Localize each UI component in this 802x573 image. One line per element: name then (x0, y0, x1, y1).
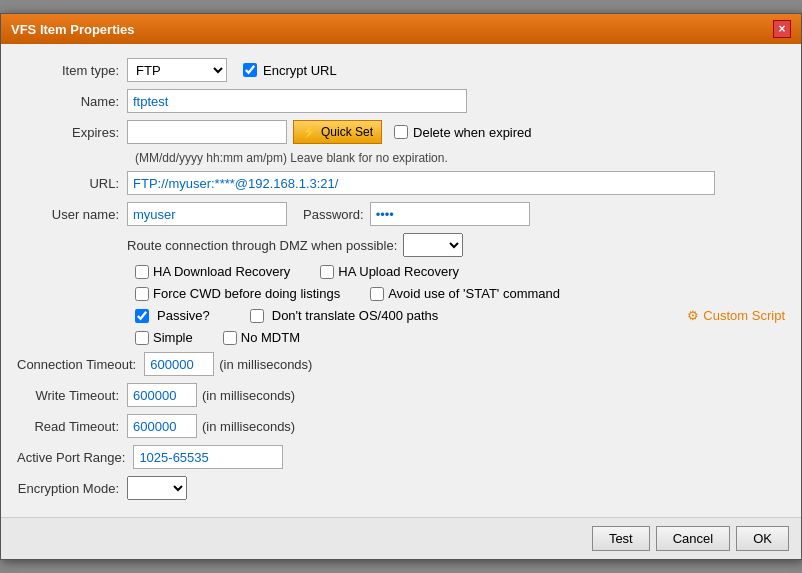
ha-upload-label: HA Upload Recovery (338, 264, 459, 279)
simple-mdtm-row: Simple No MDTM (135, 330, 785, 345)
ok-button[interactable]: OK (736, 526, 789, 551)
test-button[interactable]: Test (592, 526, 650, 551)
close-button[interactable]: × (773, 20, 791, 38)
custom-script-button[interactable]: ⚙ Custom Script (687, 308, 785, 323)
delete-when-expired-checkbox[interactable] (394, 125, 408, 139)
name-input[interactable]: ftptest (127, 89, 467, 113)
no-mdtm-label: No MDTM (241, 330, 300, 345)
route-label: Route connection through DMZ when possib… (127, 238, 397, 253)
script-icon: ⚙ (687, 308, 699, 323)
ha-download-item: HA Download Recovery (135, 264, 290, 279)
url-label: URL: (17, 176, 127, 191)
active-port-label: Active Port Range: (17, 450, 133, 465)
force-cwd-checkbox[interactable] (135, 287, 149, 301)
title-bar: VFS Item Properties × (1, 14, 801, 44)
force-cwd-item: Force CWD before doing listings (135, 286, 340, 301)
no-mdtm-checkbox[interactable] (223, 331, 237, 345)
passive-checkbox[interactable] (135, 309, 149, 323)
write-timeout-label: Write Timeout: (17, 388, 127, 403)
lightning-icon: ⚡ (302, 125, 317, 139)
item-type-row: Item type: FTP SFTP HTTP WebDAV Encrypt … (17, 58, 785, 82)
write-timeout-unit: (in milliseconds) (202, 388, 295, 403)
simple-checkbox[interactable] (135, 331, 149, 345)
button-bar: Test Cancel OK (1, 517, 801, 559)
simple-item: Simple (135, 330, 193, 345)
route-row: Route connection through DMZ when possib… (17, 233, 785, 257)
write-timeout-input[interactable] (127, 383, 197, 407)
ha-download-checkbox[interactable] (135, 265, 149, 279)
avoid-stat-checkbox[interactable] (370, 287, 384, 301)
ha-recovery-row: HA Download Recovery HA Upload Recovery (135, 264, 785, 279)
ha-download-label: HA Download Recovery (153, 264, 290, 279)
passive-row: Passive? Don't translate OS/400 paths ⚙ … (135, 308, 785, 323)
delete-when-expired-label: Delete when expired (413, 125, 532, 140)
name-label: Name: (17, 94, 127, 109)
url-row: URL: (17, 171, 785, 195)
active-port-input[interactable] (133, 445, 283, 469)
credentials-row: User name: Password: (17, 202, 785, 226)
connection-timeout-unit: (in milliseconds) (219, 357, 312, 372)
encryption-mode-select[interactable] (127, 476, 187, 500)
read-timeout-unit: (in milliseconds) (202, 419, 295, 434)
encrypt-url-row: Encrypt URL (243, 63, 337, 78)
no-translate-checkbox[interactable] (250, 309, 264, 323)
dialog-title: VFS Item Properties (11, 22, 135, 37)
item-type-label: Item type: (17, 63, 127, 78)
encrypt-url-label: Encrypt URL (263, 63, 337, 78)
ha-upload-checkbox[interactable] (320, 265, 334, 279)
vfs-item-properties-dialog: VFS Item Properties × Item type: FTP SFT… (0, 13, 802, 560)
encryption-mode-row: Encryption Mode: (17, 476, 785, 500)
read-timeout-label: Read Timeout: (17, 419, 127, 434)
expires-hint: (MM/dd/yyyy hh:mm am/pm) Leave blank for… (135, 151, 785, 165)
no-mdtm-item: No MDTM (223, 330, 300, 345)
ha-upload-item: HA Upload Recovery (320, 264, 459, 279)
connection-timeout-input[interactable] (144, 352, 214, 376)
simple-label: Simple (153, 330, 193, 345)
url-input[interactable] (127, 171, 715, 195)
expires-row: Expires: ⚡ Quick Set Delete when expired (17, 120, 785, 144)
connection-timeout-label: Connection Timeout: (17, 357, 144, 372)
name-row: Name: ftptest (17, 89, 785, 113)
connection-timeout-row: Connection Timeout: (in milliseconds) (17, 352, 785, 376)
options-row-1: Force CWD before doing listings Avoid us… (135, 286, 785, 301)
read-timeout-row: Read Timeout: (in milliseconds) (17, 414, 785, 438)
passive-label: Passive? (157, 308, 210, 323)
expires-label: Expires: (17, 125, 127, 140)
force-cwd-label: Force CWD before doing listings (153, 286, 340, 301)
avoid-stat-label: Avoid use of 'STAT' command (388, 286, 560, 301)
avoid-stat-item: Avoid use of 'STAT' command (370, 286, 560, 301)
no-translate-label: Don't translate OS/400 paths (272, 308, 439, 323)
password-label: Password: (303, 207, 364, 222)
encrypt-url-checkbox[interactable] (243, 63, 257, 77)
username-input[interactable] (127, 202, 287, 226)
username-label: User name: (17, 207, 127, 222)
quick-set-button[interactable]: ⚡ Quick Set (293, 120, 382, 144)
active-port-row: Active Port Range: (17, 445, 785, 469)
password-input[interactable] (370, 202, 530, 226)
route-select[interactable] (403, 233, 463, 257)
read-timeout-input[interactable] (127, 414, 197, 438)
encryption-mode-label: Encryption Mode: (17, 481, 127, 496)
cancel-button[interactable]: Cancel (656, 526, 730, 551)
dialog-body: Item type: FTP SFTP HTTP WebDAV Encrypt … (1, 44, 801, 517)
item-type-select[interactable]: FTP SFTP HTTP WebDAV (127, 58, 227, 82)
expires-input[interactable] (127, 120, 287, 144)
write-timeout-row: Write Timeout: (in milliseconds) (17, 383, 785, 407)
